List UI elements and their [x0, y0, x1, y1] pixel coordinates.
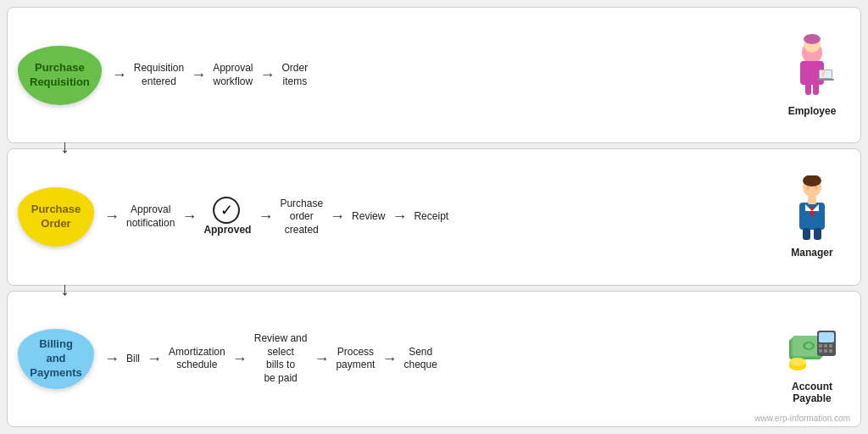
- arrow-bp-5: →: [378, 350, 400, 368]
- manager-icon: [787, 175, 837, 243]
- employee-label: Employee: [788, 105, 837, 117]
- down-arrow-1: ↓: [60, 136, 70, 158]
- step-amortization: Amortizationschedule: [165, 346, 229, 372]
- step-approval-workflow: Approvalworkflow: [209, 62, 256, 88]
- account-payable-label: AccountPayable: [792, 381, 832, 404]
- row-billing-payments: BillingandPayments → Bill → Amortization…: [7, 291, 861, 427]
- checkmark-icon: ✓: [213, 197, 240, 224]
- svg-rect-32: [824, 349, 827, 353]
- svg-rect-8: [805, 83, 811, 95]
- arrow-po-4: →: [326, 208, 348, 225]
- step-review: Review: [348, 210, 388, 224]
- step-po-created: Purchaseordercreated: [276, 198, 326, 237]
- down-arrow-2: ↓: [60, 278, 70, 300]
- svg-rect-16: [808, 196, 816, 204]
- arrow-bp-4: →: [310, 350, 332, 368]
- svg-rect-9: [813, 83, 819, 95]
- cloud-purchase-order: PurchaseOrder: [18, 187, 94, 247]
- svg-rect-6: [817, 79, 834, 81]
- manager-area: Manager: [774, 175, 850, 259]
- svg-rect-5: [820, 70, 832, 78]
- flow-requisition: → Requisitionentered → Approvalworkflow …: [102, 62, 774, 88]
- step-bill: Bill: [123, 353, 143, 366]
- arrow-po-5: →: [388, 208, 410, 225]
- manager-label: Manager: [791, 247, 832, 259]
- svg-point-36: [789, 358, 806, 366]
- footer-url: www.erp-information.com: [754, 414, 850, 423]
- step-process-payment: Processpayment: [332, 346, 378, 372]
- step-send-cheque: Sendcheque: [400, 346, 440, 372]
- step-approved: Approved: [200, 224, 254, 237]
- svg-line-7: [822, 71, 824, 76]
- svg-point-25: [805, 343, 812, 348]
- arrow-1: →: [108, 66, 131, 84]
- row-purchase-requisition: PurchaseRequisition → Requisitionentered…: [7, 7, 861, 143]
- step-requisition-entered: Requisitionentered: [131, 62, 187, 88]
- arrow-po-2: →: [178, 208, 200, 225]
- arrow-bp-1: →: [101, 350, 123, 368]
- flow-billing: → Bill → Amortizationschedule → Review a…: [94, 332, 774, 385]
- employee-icon: [787, 34, 837, 102]
- step-order-items: Orderitems: [279, 62, 312, 88]
- svg-rect-33: [829, 349, 832, 353]
- row-purchase-order: PurchaseOrder → Approvalnotification → ✓…: [7, 148, 861, 285]
- svg-rect-19: [803, 228, 810, 240]
- cloud-billing-payments: BillingandPayments: [18, 329, 94, 389]
- approved-group: ✓ Approved: [200, 197, 254, 237]
- arrow-2: →: [187, 66, 209, 84]
- arrow-po-1: →: [101, 208, 123, 225]
- cloud-purchase-requisition: PurchaseRequisition: [18, 46, 102, 105]
- step-receipt: Receipt: [410, 210, 452, 224]
- flow-order: → Approvalnotification → ✓ Approved → Pu…: [94, 197, 774, 237]
- svg-rect-29: [824, 344, 827, 348]
- svg-point-17: [806, 186, 810, 190]
- arrow-bp-3: →: [229, 350, 251, 368]
- svg-rect-28: [819, 344, 822, 348]
- account-payable-area: AccountPayable: [774, 314, 850, 404]
- svg-rect-30: [829, 344, 832, 348]
- arrow-3: →: [257, 66, 279, 84]
- svg-rect-27: [819, 332, 834, 342]
- svg-point-2: [804, 34, 821, 44]
- arrow-po-3: →: [254, 208, 276, 225]
- step-review-bills: Review andselectbills tobe paid: [251, 332, 311, 385]
- svg-point-18: [815, 186, 818, 190]
- arrow-bp-2: →: [143, 350, 165, 368]
- svg-rect-31: [819, 349, 822, 353]
- step-approval-notification: Approvalnotification: [123, 203, 178, 230]
- account-payable-icon: [785, 314, 840, 377]
- svg-rect-20: [814, 228, 821, 240]
- employee-area: Employee: [774, 34, 850, 117]
